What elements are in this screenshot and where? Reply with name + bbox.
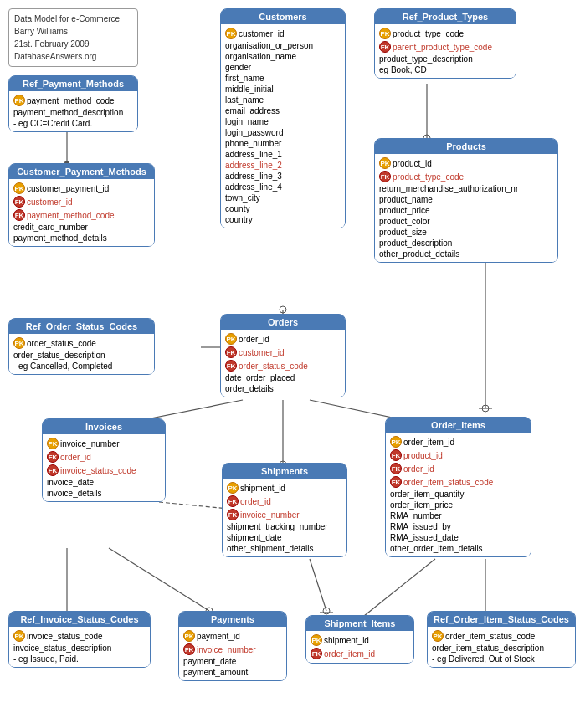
fk-icon: FK — [47, 451, 59, 463]
field-row: FK customer_id — [13, 195, 150, 208]
field-row: product_color — [379, 216, 553, 227]
field-row: PK invoice_number — [47, 437, 161, 450]
table-header-shipments: Shipments — [223, 464, 346, 479]
table-payments: Payments PK payment_id FK invoice_number… — [178, 611, 287, 681]
table-body-ref-payment-methods: PK payment_method_code payment_method_de… — [9, 91, 137, 131]
field-name: customer_payment_id — [27, 184, 109, 193]
pk-icon: PK — [225, 333, 237, 345]
field-row: payment_date — [183, 656, 282, 667]
field-row: country — [225, 214, 341, 225]
field-name: order_id — [239, 335, 269, 344]
field-row: order_status_description — [13, 350, 150, 361]
table-body: PK order_item_status_code order_item_sta… — [428, 627, 575, 667]
table-ref-order-status-codes: Ref_Order_Status_Codes PK order_status_c… — [8, 318, 155, 375]
field-row: gender — [225, 62, 341, 73]
table-body: PK order_status_code order_status_descri… — [9, 334, 154, 374]
fk-icon: FK — [13, 209, 25, 221]
field-row: PK product_id — [379, 156, 553, 170]
field-row: FK order_id — [47, 450, 161, 464]
field-name: other_product_details — [379, 249, 459, 259]
fk-icon: FK — [311, 648, 322, 659]
table-body-invoices: PK invoice_number FK order_id FK invoice… — [43, 434, 165, 501]
field-row: invoice_status_description — [13, 643, 146, 654]
table-shipments: Shipments PK shipment_id FK order_id FK … — [222, 463, 347, 557]
field-row: other_shipment_details — [227, 543, 342, 554]
table-ref-product-types: Ref_Product_Types PK product_type_code F… — [374, 8, 516, 79]
svg-line-36 — [310, 559, 326, 611]
field-name: address_line_3 — [225, 172, 282, 181]
field-row: PK customer_id — [225, 27, 341, 40]
field-name: order_id — [240, 497, 271, 506]
svg-line-31 — [109, 548, 209, 611]
field-name: product_description — [379, 238, 452, 248]
svg-point-17 — [482, 405, 489, 412]
field-name: login_password — [225, 128, 284, 137]
field-row: FK invoice_status_code — [47, 464, 161, 477]
pk-icon: PK — [379, 28, 391, 39]
table-orders: Orders PK order_id FK customer_id FK ord… — [220, 314, 346, 397]
field-row: FK invoice_number — [183, 643, 282, 656]
field-name: phone_number — [225, 139, 281, 148]
field-row: invoice_details — [47, 488, 161, 499]
table-customers: Customers PK customer_id organisation_or… — [220, 8, 346, 228]
pk-icon: PK — [13, 182, 25, 194]
field-row: - eg Issued, Paid. — [13, 654, 146, 664]
field-row: order_item_quantity — [390, 489, 526, 500]
field-row: payment_method_details — [13, 233, 150, 244]
fk-icon: FK — [227, 509, 239, 520]
field-row: PK payment_id — [183, 629, 282, 643]
table-body-payments: PK payment_id FK invoice_number payment_… — [179, 627, 286, 680]
field-name: RMA_number — [390, 511, 442, 520]
field-row: credit_card_number — [13, 222, 150, 233]
field-name: payment_method_description — [13, 108, 123, 117]
field-row: FK invoice_number — [227, 508, 342, 521]
field-row: order_item_price — [390, 500, 526, 510]
field-name: invoice_number — [240, 510, 300, 520]
field-row: order_details — [225, 383, 341, 394]
table-customer-payment-methods: Customer_Payment_Methods PK customer_pay… — [8, 163, 155, 247]
field-name: payment_date — [183, 657, 236, 666]
field-name: order_status_description — [13, 351, 105, 360]
field-name: county — [225, 204, 249, 213]
table-header-products: Products — [375, 139, 557, 154]
field-name: order_item_quantity — [390, 490, 464, 499]
fk-icon: FK — [183, 643, 195, 655]
table-header-shipment-items: Shipment_Items — [306, 616, 413, 631]
pk-icon: PK — [379, 157, 391, 169]
field-name: order_item_price — [390, 500, 453, 510]
field-name: email_address — [225, 106, 280, 115]
table-header-orders: Orders — [221, 315, 345, 330]
pk-icon: PK — [13, 95, 25, 106]
field-row: other_order_item_details — [390, 543, 526, 554]
field-row: - eg CC=Credit Card. — [13, 118, 133, 129]
field-name: order_item_status_code — [445, 632, 535, 641]
table-body-orders: PK order_id FK customer_id FK order_stat… — [221, 330, 345, 397]
field-row: FK payment_method_code — [13, 208, 150, 222]
field-name: product_name — [379, 195, 433, 204]
field-name: RMA_issued_date — [390, 533, 459, 542]
field-name: country — [225, 215, 253, 224]
field-row: town_city — [225, 192, 341, 203]
field-row: PK payment_method_code — [13, 94, 133, 107]
table-ref-order-item-status-codes: Ref_Order_Item_Status_Codes PK order_ite… — [427, 611, 576, 668]
field-row: PK order_id — [225, 332, 341, 346]
field-row: first_name — [225, 73, 341, 84]
field-name: gender — [225, 63, 251, 72]
field-row: date_order_placed — [225, 372, 341, 383]
field-name: order_id — [403, 464, 434, 474]
field-name: RMA_issued_by — [390, 522, 451, 531]
field-row: login_name — [225, 116, 341, 127]
fk-icon: FK — [47, 464, 59, 476]
field-row: organisation_name — [225, 51, 341, 62]
field-row: invoice_date — [47, 477, 161, 488]
field-row: FK order_id — [227, 495, 342, 508]
field-row: product_name — [379, 194, 553, 205]
field-row: PK order_status_code — [13, 336, 150, 350]
table-body-customers: PK customer_id organisation_or_person or… — [221, 24, 345, 228]
table-ref-invoice-status-codes: Ref_Invoice_Status_Codes PK invoice_stat… — [8, 611, 151, 668]
field-name: invoice_details — [47, 489, 102, 498]
table-header: Ref_Product_Types — [375, 9, 516, 24]
field-name: other_shipment_details — [227, 544, 313, 553]
field-name: shipment_id — [240, 484, 285, 493]
field-row: RMA_issued_by — [390, 521, 526, 532]
